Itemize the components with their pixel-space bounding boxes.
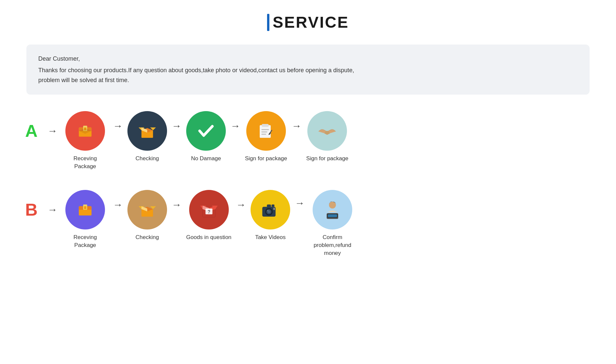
svg-rect-12	[261, 129, 269, 130]
step-recv-a: Receving Package	[62, 111, 108, 170]
svg-rect-41	[273, 208, 275, 210]
circle-check-b	[127, 190, 167, 229]
step-confirm-b: Confirm problem,refund money	[309, 190, 356, 257]
row-b-arrow0: →	[43, 190, 62, 229]
label-check-b: Checking	[136, 233, 159, 241]
label-check-a: Checking	[136, 155, 159, 163]
svg-rect-46	[328, 214, 337, 217]
svg-rect-40	[272, 205, 275, 207]
label-confirm-b: Confirm problem,refund money	[309, 233, 356, 257]
row-a-main: A →	[20, 111, 596, 170]
circle-nodmg-a	[186, 111, 226, 151]
clipboard-icon	[255, 119, 278, 142]
open-box-tan-icon	[136, 198, 159, 221]
title-section: SERVICE	[20, 13, 596, 31]
svg-rect-42	[267, 205, 271, 208]
svg-rect-13	[261, 132, 267, 133]
label-sign2-a: Sign for package	[306, 155, 349, 163]
svg-rect-14	[261, 134, 266, 135]
circle-goods-b: ?	[189, 190, 229, 229]
step-sign1-a: Sign for package	[245, 111, 287, 163]
circle-video-b	[251, 190, 290, 229]
arrow-icon-a4: →	[292, 120, 302, 132]
arrow-a2: →	[167, 111, 186, 151]
svg-rect-11	[262, 124, 269, 127]
circle-confirm-b	[313, 190, 352, 229]
row-a-steps: Receving Package →	[62, 111, 348, 170]
step-nodmg-a: No Damage	[186, 111, 226, 163]
handshake-icon	[316, 119, 339, 142]
person-icon	[321, 198, 344, 221]
svg-point-39	[267, 210, 268, 211]
page-title: SERVICE	[273, 13, 349, 31]
svg-point-18	[325, 131, 329, 135]
arrow-icon-b1: →	[113, 199, 123, 210]
row-b-wrapper: B → Receving	[20, 190, 596, 257]
step-recv-b: Receving Package	[62, 190, 108, 249]
label-recv-b: Receving Package	[62, 233, 108, 249]
arrow-icon-a1: →	[113, 120, 123, 132]
question-box-icon: ?	[197, 198, 221, 221]
arrow-icon-a3: →	[230, 120, 240, 132]
notice-line3: problem will be solved at first time.	[38, 75, 578, 85]
label-video-b: Take Videos	[255, 233, 286, 241]
row-b-label: B	[20, 200, 43, 220]
label-goods-b: Goods in question	[186, 233, 231, 241]
checkmark-icon	[194, 119, 218, 142]
arrow-icon-a0: →	[48, 125, 57, 136]
arrow-b1: →	[108, 190, 127, 229]
arrow-a4: →	[287, 111, 306, 151]
row-a-arrow0: →	[43, 111, 62, 151]
arrow-icon-b0: →	[48, 204, 57, 215]
circle-sign1-a	[246, 111, 286, 151]
arrow-b3: →	[231, 190, 251, 229]
step-video-b: Take Videos	[251, 190, 290, 241]
label-nodmg-a: No Damage	[191, 155, 221, 163]
notice-line1: Dear Customer,	[38, 54, 578, 64]
row-b-main: B → Receving	[20, 190, 596, 257]
camera-icon	[259, 198, 282, 221]
arrow-icon-b2: →	[172, 199, 182, 210]
box-icon-b	[74, 198, 97, 221]
row-b-letter-col: B	[20, 190, 43, 229]
step-check-b: Checking	[127, 190, 167, 241]
arrow-icon-b4: →	[295, 197, 305, 209]
circle-recv-a	[65, 111, 105, 151]
row-a-letter-col: A	[20, 111, 43, 151]
row-b-steps: Receving Package →	[62, 190, 356, 257]
arrow-icon-b3: →	[236, 199, 246, 210]
page: SERVICE Dear Customer, Thanks for choosi…	[0, 0, 616, 297]
arrow-a1: →	[108, 111, 127, 151]
arrow-a3: →	[226, 111, 245, 151]
circle-recv-b	[65, 190, 105, 229]
circle-sign2-a	[307, 111, 347, 151]
step-sign2-a: Sign for package	[306, 111, 349, 163]
svg-point-43	[329, 202, 336, 209]
title-bar	[267, 14, 269, 31]
step-check-a: Checking	[127, 111, 167, 163]
label-sign1-a: Sign for package	[245, 155, 287, 163]
notice-line2: Thanks for choosing our products.If any …	[38, 65, 578, 76]
arrow-b4: →	[290, 190, 309, 229]
notice-box: Dear Customer, Thanks for choosing our p…	[26, 45, 590, 95]
row-a-label: A	[20, 121, 43, 141]
row-a-wrapper: A →	[20, 111, 596, 170]
svg-text:?: ?	[207, 209, 210, 214]
step-goods-b: ? Goods in question	[186, 190, 231, 241]
arrow-icon-a2: →	[172, 120, 182, 132]
svg-rect-22	[84, 206, 86, 209]
label-recv-a: Receving Package	[62, 155, 108, 170]
open-box-dark-icon	[136, 119, 159, 142]
box-icon-a	[74, 119, 97, 142]
circle-check-a	[127, 111, 167, 151]
arrow-b2: →	[167, 190, 186, 229]
